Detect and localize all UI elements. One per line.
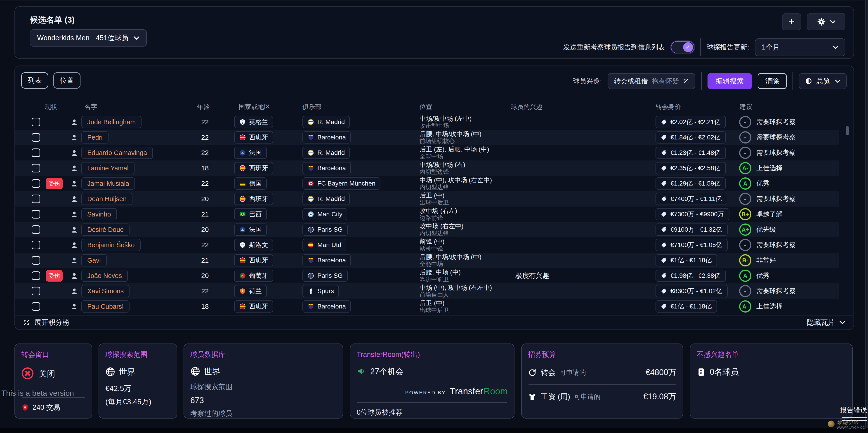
row-checkbox[interactable] (32, 241, 40, 249)
row-checkbox[interactable] (32, 210, 40, 219)
player-name[interactable]: Jamal Musiala (81, 177, 135, 190)
interest-filter-chip[interactable]: 转会或租借 抱有怀疑 (608, 73, 695, 89)
position-cell: 中场 (中), 攻中场 (右左中) 前场自由人 (416, 284, 511, 299)
row-checkbox[interactable] (32, 302, 40, 311)
tab-list[interactable]: 列表 (21, 72, 49, 89)
club-chip[interactable]: FC Bayern München (303, 177, 380, 190)
nation-chip[interactable]: 西班牙 (234, 300, 273, 313)
row-checkbox[interactable] (32, 118, 40, 126)
card-player-database[interactable]: 球员数据库 世界 球探搜索范围 673 考察过的球员 (184, 343, 343, 419)
player-name[interactable]: Désiré Doué (81, 223, 129, 236)
row-checkbox[interactable] (32, 194, 40, 203)
card-scout-range[interactable]: 球探搜索范围 世界 €42.5万 (每月€3.45万) (98, 343, 177, 419)
send-reports-toggle[interactable]: ✓ (671, 41, 694, 53)
player-name[interactable]: Eduardo Camavinga (81, 147, 153, 159)
table-row[interactable]: 受伤 Jamal Musiala 22 德国 FC Bayern München… (16, 176, 839, 191)
col-club[interactable]: 俱乐部 (298, 102, 416, 111)
shortlist-dropdown[interactable]: Wonderkids Men 451位球员 (30, 29, 147, 47)
club-chip[interactable]: Barcelona (303, 131, 351, 144)
row-checkbox[interactable] (32, 271, 40, 280)
player-name[interactable]: Savinho (81, 208, 117, 220)
table-row[interactable]: Jude Bellingham 22 英格兰 R. Madrid 中场/攻中场 … (16, 114, 839, 130)
club-chip[interactable]: Spurs (303, 285, 339, 297)
card-not-interested[interactable]: 不感兴趣名单 0名球员 (690, 343, 852, 419)
player-name[interactable]: Benjamin Šeško (81, 239, 141, 251)
row-checkbox[interactable] (32, 225, 40, 234)
card-recruitment-budget[interactable]: 招募预算 转会 可申请的 €4800万 工资 (周) 可申请的 €19.08万 (521, 343, 683, 419)
row-checkbox[interactable] (32, 164, 40, 173)
player-name[interactable]: Jude Bellingham (81, 116, 142, 128)
table-row[interactable]: Lamine Yamal 18 西班牙 Barcelona 中场/攻中场 (右)… (16, 160, 839, 176)
player-name[interactable]: Dean Huijsen (81, 193, 132, 205)
nation-chip[interactable]: 葡萄牙 (234, 270, 273, 282)
col-nation[interactable]: 国家或地区 (230, 102, 298, 111)
card-transferroom[interactable]: TransferRoom(转出) 27个机会 POWERED BY Transf… (350, 343, 515, 419)
card-transfer-window[interactable]: 转会窗口 关闭 240 交易 (14, 343, 92, 419)
expand-standings-button[interactable]: 展开积分榜 (23, 318, 69, 327)
row-checkbox[interactable] (32, 287, 40, 296)
nation-chip[interactable]: 斯洛文 (234, 239, 273, 251)
nation-chip[interactable]: 法国 (234, 147, 267, 159)
app-window: 候选名单 (3) Wonderkids Men 451位球员 + 发送重新考察球… (0, 0, 868, 433)
row-checkbox[interactable] (32, 133, 40, 142)
club-chip[interactable]: Barcelona (303, 162, 351, 174)
scout-update-dropdown[interactable]: 1个月 (755, 38, 845, 56)
player-name[interactable]: Lamine Yamal (81, 162, 134, 174)
nation-chip[interactable]: 西班牙 (234, 162, 273, 174)
add-button[interactable]: + (782, 13, 801, 30)
col-position[interactable]: 位置 (416, 102, 511, 111)
club-chip[interactable]: R. Madrid (303, 116, 350, 128)
col-age[interactable]: 年龄 (194, 102, 230, 111)
col-status[interactable]: 现状 (41, 102, 67, 111)
table-row[interactable]: Pedri 22 西班牙 Barcelona 后腰, 中场/攻中场 (中) 前场… (16, 130, 839, 145)
clear-button[interactable]: 清除 (758, 73, 786, 89)
nation-chip[interactable]: 英格兰 (234, 116, 273, 128)
row-checkbox[interactable] (32, 149, 40, 157)
nation-chip[interactable]: 法国 (234, 223, 267, 236)
settings-button[interactable] (807, 13, 845, 30)
nation-chip[interactable]: 德国 (234, 177, 267, 190)
row-checkbox[interactable] (32, 179, 40, 188)
col-name[interactable]: 名字 (81, 102, 194, 111)
table-scrollbar-thumb[interactable] (846, 126, 849, 135)
table-row[interactable]: Savinho 21 巴西 Man City 攻中场 (右左) 边路前锋 €73… (16, 207, 839, 222)
nation-chip[interactable]: 西班牙 (234, 193, 273, 205)
hide-tiles-button[interactable]: 隐藏瓦片 (807, 318, 845, 327)
table-row[interactable]: Gavi 21 西班牙 Barcelona 后腰, 中场/攻中场 (中) 全能中… (16, 253, 839, 268)
table-row[interactable]: Benjamin Šeško 22 斯洛文 Man Utd 前锋 (中) 站桩中… (16, 237, 839, 253)
nation-chip[interactable]: 巴西 (234, 208, 267, 220)
player-name[interactable]: Pedri (81, 131, 108, 144)
grade-circle: - (739, 147, 751, 159)
club-chip[interactable]: Barcelona (303, 300, 351, 313)
player-name[interactable]: Xavi Simons (81, 285, 129, 297)
overview-dropdown[interactable]: 总览 (799, 73, 847, 89)
player-name[interactable]: João Neves (81, 270, 128, 282)
player-name[interactable]: Gavi (81, 254, 107, 267)
tab-position[interactable]: 位置 (53, 72, 81, 89)
nation-chip[interactable]: 荷兰 (234, 285, 267, 297)
report-error-label: 报告错误 (840, 405, 867, 415)
table-row[interactable]: Pau Cubarsí 18 西班牙 Barcelona 后卫 (中) 出球中后… (16, 299, 839, 314)
club-chip[interactable]: Barcelona (303, 254, 351, 267)
table-row[interactable]: Xavi Simons 22 荷兰 Spurs 中场 (中), 攻中场 (右左中… (16, 283, 839, 299)
table-row[interactable]: 受伤 João Neves 20 葡萄牙 Paris SG 后腰, 中场 (中)… (16, 268, 839, 283)
col-interest[interactable]: 球员的兴趣 (511, 102, 655, 111)
table-row[interactable]: Dean Huijsen 20 西班牙 R. Madrid 后卫 (中) 出球中… (16, 191, 839, 207)
club-chip[interactable]: Paris SG (303, 223, 348, 236)
row-checkbox[interactable] (32, 256, 40, 265)
club-chip[interactable]: R. Madrid (303, 193, 350, 205)
club-chip[interactable]: Man Utd (303, 239, 346, 251)
nation-chip[interactable]: 西班牙 (234, 254, 273, 267)
nation-chip[interactable]: 西班牙 (234, 131, 273, 144)
club-chip[interactable]: Man City (303, 208, 347, 220)
table-row[interactable]: Désiré Doué 20 法国 Paris SG 攻中场 (右左中) 内切型… (16, 222, 839, 237)
col-recommendation[interactable]: 建议 (735, 102, 839, 111)
club-chip[interactable]: Paris SG (303, 270, 348, 282)
club-chip[interactable]: R. Madrid (303, 147, 350, 159)
edit-search-button[interactable]: 编辑搜索 (708, 73, 752, 89)
col-value[interactable]: 转会身价 (655, 102, 735, 111)
page-scrollbar-track[interactable] (865, 0, 868, 428)
player-name[interactable]: Pau Cubarsí (81, 300, 129, 313)
table-row[interactable]: Eduardo Camavinga 22 法国 R. Madrid 后卫 (左)… (16, 145, 839, 160)
site-watermark: 爆棚小组 WWW.PLAYGM.CC (828, 419, 865, 429)
